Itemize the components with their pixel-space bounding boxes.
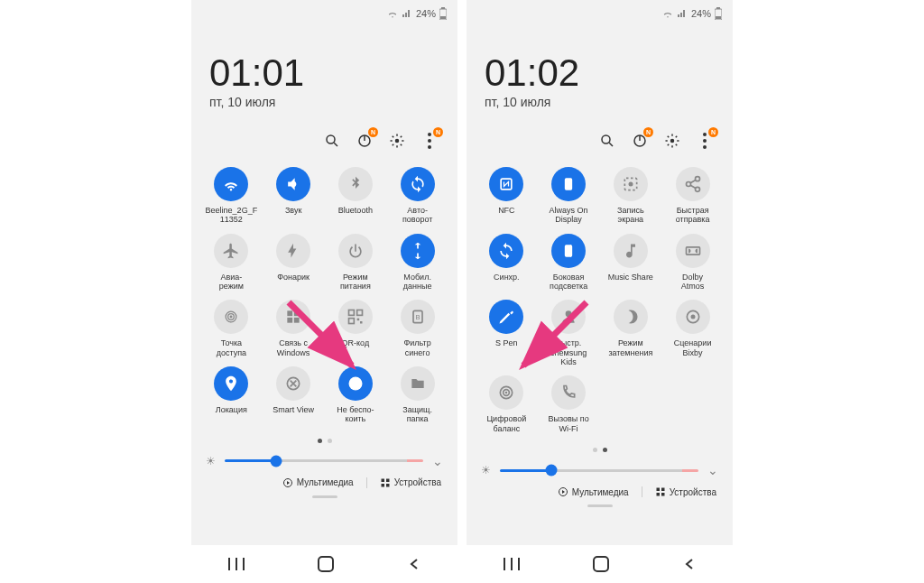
kids-icon[interactable]	[551, 300, 586, 334]
brightness-icon: ☀	[481, 464, 491, 477]
tile-dolby[interactable]: Dolby Atmos	[661, 234, 724, 292]
share-icon[interactable]	[676, 167, 710, 201]
home-button[interactable]	[318, 556, 334, 572]
tile-smartview[interactable]: Smart View	[263, 366, 325, 424]
multimedia-link[interactable]: Мультимедиа	[558, 486, 629, 497]
volume-icon[interactable]	[276, 167, 310, 201]
nfc-icon[interactable]	[489, 167, 523, 201]
svg-rect-28	[228, 558, 230, 570]
bluetooth-icon[interactable]	[338, 167, 373, 201]
drag-handle[interactable]	[312, 495, 337, 498]
drag-handle[interactable]	[587, 504, 613, 507]
qr-icon[interactable]	[338, 300, 373, 334]
chevron-down-icon[interactable]: ⌄	[432, 454, 443, 468]
tile-quickshare[interactable]: Быстрая отправка	[661, 167, 724, 225]
badge-icon: N	[643, 127, 653, 137]
music-icon[interactable]	[614, 234, 648, 268]
tile-bluelight[interactable]: BФильтр синего	[386, 300, 448, 357]
spen-icon[interactable]	[489, 300, 523, 334]
power-icon[interactable]	[338, 234, 373, 268]
brightness-slider[interactable]	[225, 459, 423, 462]
tile-sound[interactable]: Звук	[263, 167, 325, 225]
devices-link[interactable]: Устройства	[655, 486, 716, 497]
dolby-icon[interactable]	[676, 234, 710, 268]
chevron-down-icon[interactable]: ⌄	[707, 463, 718, 477]
tile-digitalbal[interactable]: Цифровой баланс	[476, 375, 538, 433]
svg-rect-16	[357, 319, 360, 321]
tile-airplane[interactable]: Авиа- режим	[200, 234, 263, 292]
recents-button[interactable]	[228, 558, 245, 570]
back-button[interactable]	[683, 558, 696, 570]
tile-dimmode[interactable]: Режим затемнения	[600, 300, 662, 366]
tile-dnd[interactable]: Не беспо- коить	[325, 366, 387, 424]
tile-securefolder[interactable]: Защищ. папка	[386, 366, 448, 424]
rotate-icon[interactable]	[401, 167, 435, 201]
bluefilter-icon[interactable]: B	[401, 300, 435, 334]
dnd-icon[interactable]	[338, 366, 373, 401]
tile-bluetooth[interactable]: Bluetooth	[325, 167, 387, 225]
back-button[interactable]	[408, 558, 420, 570]
more-icon[interactable]: N	[697, 133, 713, 149]
digital-icon[interactable]	[489, 375, 523, 410]
nav-bar	[467, 545, 733, 583]
header: 01:01 пт, 10 июля	[191, 27, 457, 116]
tile-fastcharge[interactable]: Быстр. chемsung Kids	[538, 300, 600, 366]
brightness-slider[interactable]	[500, 469, 698, 472]
tile-wifi[interactable]: Beeline_2G_F 11352	[200, 167, 263, 225]
power-icon[interactable]: N	[356, 133, 373, 149]
tile-musicshare[interactable]: Music Share	[600, 234, 662, 292]
windows-icon[interactable]	[276, 300, 310, 334]
tile-qr[interactable]: QR-код	[325, 300, 387, 357]
dim-icon[interactable]	[614, 300, 648, 334]
tile-label: Фильтр синего	[404, 338, 431, 357]
tile-link-windows[interactable]: Связь с Windows	[263, 300, 325, 357]
svg-rect-21	[352, 383, 359, 384]
search-icon[interactable]	[599, 133, 615, 149]
wificall-icon[interactable]	[551, 375, 586, 410]
tile-spen[interactable]: S Pen	[476, 300, 538, 366]
tile-wificall[interactable]: Вызовы по Wi-Fi	[538, 375, 600, 433]
svg-rect-9	[287, 311, 292, 317]
tile-mobiledata[interactable]: Мобил. данные	[386, 234, 448, 292]
aod-icon[interactable]	[551, 167, 586, 201]
tile-aod[interactable]: Always On Display	[538, 167, 600, 225]
data-icon[interactable]	[401, 234, 435, 268]
multimedia-link[interactable]: Мультимедиа	[282, 477, 354, 488]
tile-sync[interactable]: Синхр.	[476, 234, 538, 292]
recents-button[interactable]	[504, 558, 520, 570]
flash-icon[interactable]	[276, 234, 310, 268]
search-icon[interactable]	[324, 133, 340, 149]
tile-nfc[interactable]: NFC	[476, 167, 538, 225]
tile-location[interactable]: Локация	[200, 366, 263, 424]
home-button[interactable]	[593, 556, 609, 572]
tile-bixby[interactable]: Сценарии Bixby	[661, 300, 724, 366]
sync-icon[interactable]	[489, 234, 523, 268]
power-icon[interactable]: N	[632, 133, 648, 149]
plane-icon[interactable]	[214, 234, 248, 268]
settings-icon[interactable]	[389, 133, 405, 149]
tile-autorotate[interactable]: Авто- поворот	[386, 167, 448, 225]
svg-point-45	[628, 182, 633, 187]
slider-thumb[interactable]	[546, 465, 558, 477]
edge-icon[interactable]	[551, 234, 586, 268]
slider-thumb[interactable]	[271, 455, 282, 467]
pin-icon[interactable]	[214, 366, 248, 401]
multimedia-label: Мультимедиа	[572, 487, 629, 497]
tile-screenrec[interactable]: Запись экрана	[600, 167, 662, 225]
devices-link[interactable]: Устройства	[380, 477, 441, 488]
hotspot-icon[interactable]	[214, 300, 248, 334]
bixby-icon[interactable]	[676, 300, 710, 334]
svg-rect-50	[686, 247, 699, 254]
tile-flashlight[interactable]: Фонарик	[263, 234, 325, 292]
folder-icon[interactable]	[401, 366, 435, 401]
tile-powermode[interactable]: Режим питания	[325, 234, 387, 292]
smartview-icon[interactable]	[276, 366, 310, 401]
tile-edge[interactable]: Боковая подсветка	[538, 234, 600, 292]
tile-label: Звук	[285, 206, 301, 215]
settings-icon[interactable]	[664, 133, 680, 149]
wifi-icon[interactable]	[214, 167, 248, 201]
tile-hotspot[interactable]: Точка доступа	[200, 300, 263, 357]
svg-rect-10	[294, 311, 300, 317]
more-icon[interactable]: N	[421, 133, 438, 149]
record-icon[interactable]	[614, 167, 648, 201]
